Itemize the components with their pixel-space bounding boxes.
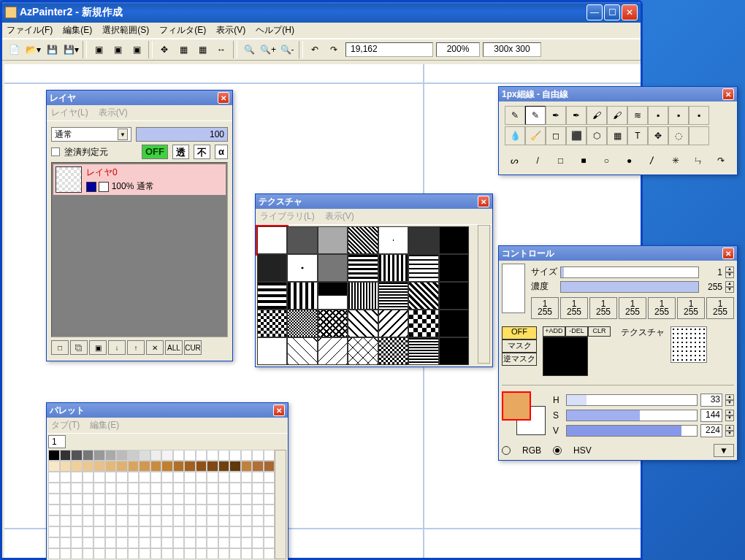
layer-menu-view[interactable]: 表示(V) [99, 107, 128, 119]
tool-0[interactable]: ✎ [505, 106, 525, 125]
palette-cell[interactable] [71, 505, 83, 515]
hsv-radio[interactable] [553, 446, 562, 455]
grid-dots-icon[interactable]: ▦ [175, 41, 192, 58]
palette-cell[interactable] [241, 515, 253, 526]
palette-cell[interactable] [264, 483, 275, 494]
opacity-slider[interactable]: 100 [136, 127, 228, 142]
palette-cell[interactable] [60, 505, 72, 515]
palette-cell[interactable] [139, 461, 150, 472]
save-icon[interactable]: 💾 [43, 41, 61, 58]
palette-cell[interactable] [161, 472, 173, 483]
palette-cell[interactable] [184, 537, 196, 548]
shape-0[interactable]: ᔕ [505, 151, 524, 170]
palette-cell[interactable] [93, 461, 105, 472]
preset-3[interactable]: 1255 [619, 297, 646, 319]
palette-cell[interactable] [93, 472, 105, 483]
palette-cell[interactable] [48, 494, 60, 505]
palette-cell[interactable] [264, 450, 275, 461]
tool2-8[interactable]: ◌ [668, 126, 689, 145]
palette-cell[interactable] [229, 505, 241, 515]
texture-cell[interactable] [348, 282, 378, 310]
palette-cell[interactable] [83, 548, 94, 559]
palette-cell[interactable] [71, 450, 83, 461]
palette-cell[interactable] [105, 450, 117, 461]
texture-cell[interactable] [439, 254, 469, 282]
palette-cell[interactable] [48, 537, 60, 548]
palette-cell[interactable] [252, 450, 264, 461]
shape-2[interactable]: □ [551, 151, 570, 170]
palette-cell[interactable] [207, 548, 218, 559]
palette-cell[interactable] [150, 494, 162, 505]
palette-cell[interactable] [184, 461, 196, 472]
palette-cell[interactable] [116, 537, 128, 548]
palette-cell[interactable] [93, 537, 105, 548]
palette-cell[interactable] [184, 526, 196, 537]
tool2-3[interactable]: ⬛ [566, 126, 587, 145]
texture-cell[interactable] [257, 282, 287, 310]
palette-cell[interactable] [116, 483, 128, 494]
palette-cell[interactable] [252, 548, 264, 559]
texture-cell[interactable] [348, 254, 378, 282]
palette-cell[interactable] [241, 505, 253, 515]
texture-cell[interactable] [287, 254, 317, 282]
palette-cell[interactable] [128, 515, 140, 526]
palette-cell[interactable] [150, 505, 162, 515]
close-button[interactable]: ✕ [622, 4, 638, 20]
texture-cell[interactable] [378, 282, 408, 310]
palette-cell[interactable] [128, 472, 140, 483]
tool-7[interactable]: ▪ [648, 106, 668, 125]
palette-cell[interactable] [128, 461, 140, 472]
palette-cell[interactable] [264, 526, 275, 537]
tool-5[interactable]: 🖌 [607, 106, 627, 125]
palette-cell[interactable] [93, 494, 105, 505]
palette-cell[interactable] [116, 450, 128, 461]
texture-swatch[interactable] [670, 326, 707, 363]
palette-cell[interactable] [48, 472, 60, 483]
texture-cell[interactable] [318, 282, 348, 310]
v-slider[interactable] [566, 425, 698, 437]
h-slider[interactable] [566, 394, 698, 406]
layer-btn-3[interactable]: ↓ [108, 340, 126, 355]
palette-cell[interactable] [116, 461, 128, 472]
zoom-icon[interactable]: 🔍 [240, 41, 258, 58]
palette-cell[interactable] [196, 537, 207, 548]
tool-3[interactable]: ✒ [566, 106, 587, 125]
texture-cell[interactable] [378, 254, 408, 282]
preset-5[interactable]: 1255 [677, 297, 705, 319]
palette-cell[interactable] [184, 483, 196, 494]
palette-cell[interactable] [60, 483, 72, 494]
texture-panel-close[interactable]: ✕ [478, 196, 489, 207]
titlebar[interactable]: AzPainter2 - 新規作成 — ☐ ✕ [2, 2, 641, 23]
shape-4[interactable]: ○ [597, 151, 616, 170]
palette-cell[interactable] [48, 515, 60, 526]
menu-file[interactable]: ファイル(F) [7, 24, 53, 37]
palette-cell[interactable] [116, 505, 128, 515]
palette-tab[interactable]: 1 [48, 435, 66, 448]
palette-cell[interactable] [128, 526, 140, 537]
palette-cell[interactable] [241, 483, 253, 494]
texture-cell[interactable] [287, 282, 317, 310]
mode-combo[interactable]: ▼ [714, 444, 734, 457]
s-slider[interactable] [566, 410, 698, 421]
palette-cell[interactable] [173, 505, 185, 515]
palette-cell[interactable] [264, 537, 275, 548]
palette-panel-close[interactable]: ✕ [273, 404, 285, 416]
texture-cell[interactable] [439, 310, 469, 337]
palette-cell[interactable] [139, 483, 150, 494]
palette-cell[interactable] [150, 515, 162, 526]
palette-cell[interactable] [241, 461, 253, 472]
palette-cell[interactable] [139, 472, 150, 483]
rgb-radio[interactable] [502, 446, 511, 455]
layer-list[interactable]: レイヤ0 100% 通常 [51, 162, 228, 337]
palette-cell[interactable] [196, 526, 207, 537]
palette-cell[interactable] [207, 494, 218, 505]
layer-btn-5[interactable]: ✕ [146, 340, 164, 355]
texture-menu-lib[interactable]: ライブラリ(L) [260, 210, 315, 223]
texture-cell[interactable] [287, 226, 317, 254]
palette-cell[interactable] [218, 494, 230, 505]
palette-cell[interactable] [229, 472, 241, 483]
palette-cell[interactable] [105, 515, 117, 526]
tool-6[interactable]: ≋ [627, 106, 648, 125]
palette-cell[interactable] [207, 450, 218, 461]
texture-cell[interactable] [348, 310, 378, 337]
